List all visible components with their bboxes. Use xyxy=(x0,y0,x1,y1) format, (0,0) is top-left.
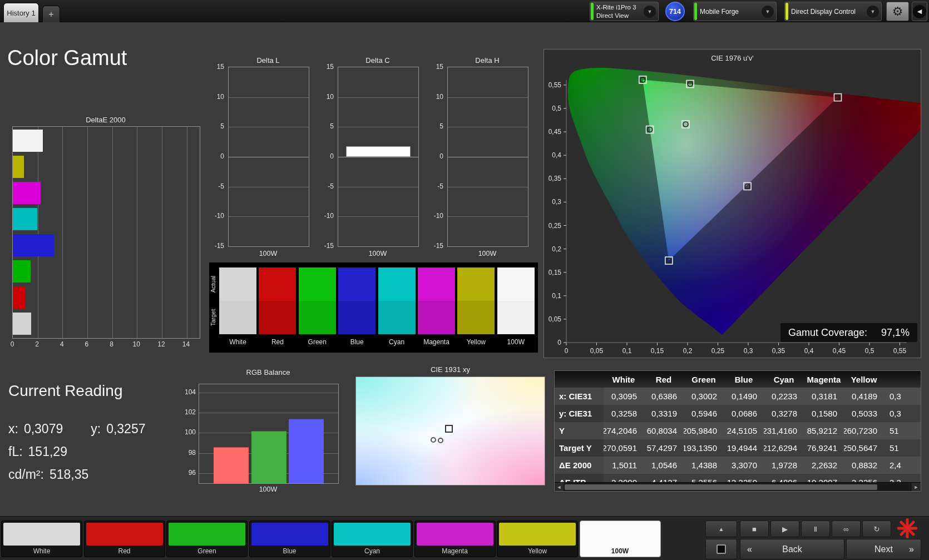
axis-tick-label: 15 xyxy=(423,63,443,71)
source-dropdown[interactable]: Mobile Forge ▼ xyxy=(693,2,777,21)
cie-1976-diagram: 00,050,10,150,20,250,30,350,40,450,50,55… xyxy=(544,49,921,358)
scroll-left-button[interactable]: ◄ xyxy=(555,483,564,492)
patch-button-cyan[interactable]: Cyan xyxy=(332,521,413,557)
meter-dropdown[interactable]: X-Rite i1Pro 3 Direct View ▼ xyxy=(590,2,659,21)
measured-point-icon xyxy=(431,437,436,443)
axis-label: 100W xyxy=(199,485,338,493)
patch-swatch xyxy=(3,523,80,546)
axis-tick-label: 0,4 xyxy=(552,151,561,159)
swatch-label: Cyan xyxy=(378,338,416,346)
swatch-label: Yellow xyxy=(457,338,495,346)
patch-button-magenta[interactable]: Magenta xyxy=(414,521,496,557)
gridline xyxy=(448,157,528,157)
gridline xyxy=(338,187,418,187)
patch-button-white[interactable]: White xyxy=(1,521,82,557)
axis-tick-label: 0,15 xyxy=(548,269,562,276)
display-control-dropdown[interactable]: Direct Display Control ▼ xyxy=(784,2,882,21)
pause-button[interactable]: Ⅱ xyxy=(801,521,830,537)
topbar: History 1 + X-Rite i1Pro 3 Direct View ▼… xyxy=(0,0,929,22)
row-label: y: CIE31 xyxy=(555,405,604,422)
table-cell: 0,4189 xyxy=(844,388,884,405)
table-scrollbar[interactable]: ◄ ► xyxy=(555,482,921,491)
loop-button[interactable]: ∞ xyxy=(832,521,861,537)
cie-1976-panel: 00,050,10,150,20,250,30,350,40,450,50,55… xyxy=(543,49,921,358)
gridline xyxy=(338,127,418,127)
table-cell: 212,6294 xyxy=(764,439,804,457)
measured-point-icon xyxy=(438,438,443,443)
actual-target-swatch-strip: Actual Target WhiteRedGreenBlueCyanMagen… xyxy=(209,262,538,353)
pattern-up-button[interactable]: ▲ xyxy=(705,521,737,537)
axis-tick-label: 0,2 xyxy=(552,245,561,253)
delta-h-chart: Delta H 100W 151050-5-10-15 xyxy=(423,56,529,254)
x-label: x: xyxy=(8,422,18,437)
patch-button-100w[interactable]: 100W xyxy=(580,521,661,557)
patch-label: Magenta xyxy=(415,547,495,555)
play-button[interactable]: ▶ xyxy=(770,521,799,537)
cdm2-label: cd/m²: xyxy=(8,467,44,482)
rgb-balance-chart: RGB Balance 100W 1041021009896 xyxy=(181,368,349,497)
refresh-button[interactable]: ↻ xyxy=(862,521,891,537)
table-cell: 0,3 xyxy=(884,388,921,405)
axis-tick-label: 0 xyxy=(204,152,224,160)
axis-tick-label: 0,4 xyxy=(804,347,814,355)
axis-tick-label: 5 xyxy=(314,122,334,130)
axis-tick-label: 0,25 xyxy=(711,347,725,355)
scroll-right-button[interactable]: ► xyxy=(912,483,921,492)
swatch-target-magenta xyxy=(418,301,455,334)
swatch-label: Blue xyxy=(338,338,375,346)
current-reading-fl: fL: 151,29 xyxy=(8,444,67,459)
table-row: ΔE 20001,50111,05461,43883,30701,97282,2… xyxy=(555,457,921,474)
axis-tick-label: 96 xyxy=(181,469,196,477)
swatch-actual-green xyxy=(299,267,336,301)
deltae-bar-red xyxy=(13,286,26,309)
axis-tick-label: 0,45 xyxy=(833,347,846,355)
swatch-actual-magenta xyxy=(418,267,455,301)
patch-swatch xyxy=(86,523,163,546)
stop-button[interactable]: ■ xyxy=(740,521,769,537)
back-button[interactable]: « Back xyxy=(740,539,844,559)
table-cell: 1,0546 xyxy=(644,457,684,474)
axis-label: 100W xyxy=(338,250,418,257)
patch-button-yellow[interactable]: Yellow xyxy=(497,521,578,557)
axis-tick-label: 0,1 xyxy=(622,347,632,355)
swatch-label: Green xyxy=(299,338,336,346)
patch-swatch xyxy=(499,523,576,546)
table-cell: 0,0686 xyxy=(724,405,764,422)
current-reading-cdm2: cd/m²: 518,35 xyxy=(8,467,88,482)
axis-tick-label: -10 xyxy=(204,212,224,220)
axis-tick-label: 0,55 xyxy=(548,81,562,89)
swatch-target-red xyxy=(259,301,296,334)
patch-swatch xyxy=(417,523,493,546)
scroll-thumb[interactable] xyxy=(565,484,877,490)
patch-button-blue[interactable]: Blue xyxy=(249,521,330,557)
patch-button-red[interactable]: Red xyxy=(84,521,165,557)
table-cell: 85,9212 xyxy=(804,422,844,439)
add-tab-button[interactable]: + xyxy=(42,6,60,22)
y-value: 0,3257 xyxy=(106,422,145,437)
axis-tick-label: -5 xyxy=(314,182,334,190)
axis-tick-label: -15 xyxy=(314,242,334,250)
table-cell: 0,8832 xyxy=(844,457,884,474)
row-label: Target Y xyxy=(555,439,604,457)
collapse-panel-button[interactable]: ◀ xyxy=(912,2,927,21)
swatch-cells: WhiteRedGreenBlueCyanMagentaYellow100W xyxy=(209,262,538,353)
chart-title: RGB Balance xyxy=(199,368,338,376)
display-control-name: Direct Display Control xyxy=(791,8,856,16)
axis-tick-label: -5 xyxy=(423,182,443,190)
chart-title: CIE 1976 u'v' xyxy=(544,54,921,62)
chevron-up-icon: ▲ xyxy=(719,526,724,532)
patch-swatch xyxy=(169,523,245,546)
axis-tick-label: -10 xyxy=(314,212,334,220)
axis-tick-label: 98 xyxy=(181,449,196,457)
pattern-window-button[interactable] xyxy=(705,539,737,559)
axis-tick-label: 10 xyxy=(314,93,334,101)
axis-tick-label: 4 xyxy=(53,340,70,348)
column-header: Red xyxy=(644,371,684,388)
table-cell: 1,5011 xyxy=(604,457,644,474)
next-button[interactable]: Next » xyxy=(846,539,921,559)
settings-button[interactable]: ⚙ xyxy=(886,2,909,21)
axis-tick-label: 0,3 xyxy=(552,198,561,206)
gridline xyxy=(448,127,528,127)
patch-button-green[interactable]: Green xyxy=(166,521,248,557)
tab-history-1[interactable]: History 1 xyxy=(3,3,39,22)
